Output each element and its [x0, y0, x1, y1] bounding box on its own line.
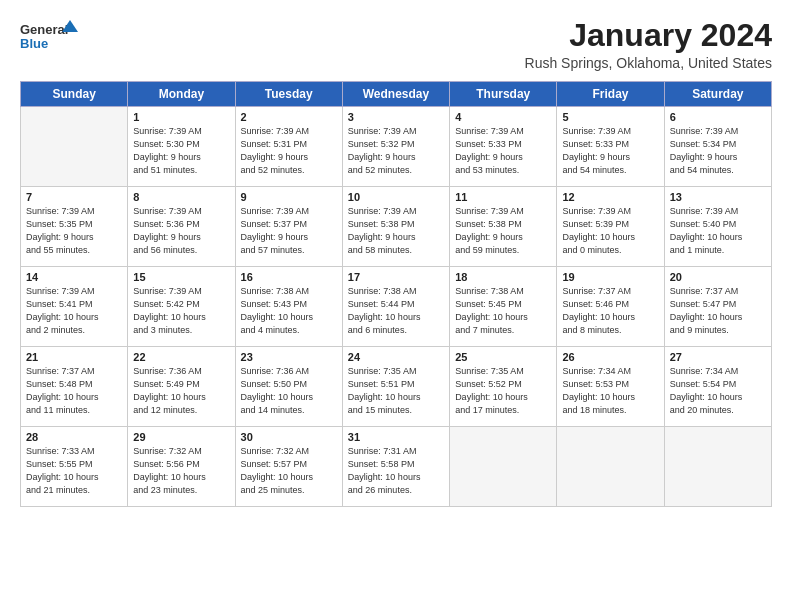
day-info: Sunrise: 7:33 AMSunset: 5:55 PMDaylight:…: [26, 445, 122, 497]
day-number: 12: [562, 191, 658, 203]
day-number: 2: [241, 111, 337, 123]
day-info: Sunrise: 7:37 AMSunset: 5:47 PMDaylight:…: [670, 285, 766, 337]
day-number: 25: [455, 351, 551, 363]
day-info: Sunrise: 7:39 AMSunset: 5:36 PMDaylight:…: [133, 205, 229, 257]
col-thursday: Thursday: [450, 82, 557, 107]
day-info: Sunrise: 7:31 AMSunset: 5:58 PMDaylight:…: [348, 445, 444, 497]
day-info: Sunrise: 7:39 AMSunset: 5:38 PMDaylight:…: [455, 205, 551, 257]
calendar-cell: 5Sunrise: 7:39 AMSunset: 5:33 PMDaylight…: [557, 107, 664, 187]
day-number: 7: [26, 191, 122, 203]
day-info: Sunrise: 7:36 AMSunset: 5:50 PMDaylight:…: [241, 365, 337, 417]
calendar-cell: 9Sunrise: 7:39 AMSunset: 5:37 PMDaylight…: [235, 187, 342, 267]
day-info: Sunrise: 7:35 AMSunset: 5:51 PMDaylight:…: [348, 365, 444, 417]
col-tuesday: Tuesday: [235, 82, 342, 107]
col-wednesday: Wednesday: [342, 82, 449, 107]
day-info: Sunrise: 7:39 AMSunset: 5:33 PMDaylight:…: [455, 125, 551, 177]
day-number: 23: [241, 351, 337, 363]
day-info: Sunrise: 7:32 AMSunset: 5:56 PMDaylight:…: [133, 445, 229, 497]
day-info: Sunrise: 7:39 AMSunset: 5:35 PMDaylight:…: [26, 205, 122, 257]
calendar-cell: 18Sunrise: 7:38 AMSunset: 5:45 PMDayligh…: [450, 267, 557, 347]
day-info: Sunrise: 7:35 AMSunset: 5:52 PMDaylight:…: [455, 365, 551, 417]
week-row-2: 7Sunrise: 7:39 AMSunset: 5:35 PMDaylight…: [21, 187, 772, 267]
calendar-cell: 4Sunrise: 7:39 AMSunset: 5:33 PMDaylight…: [450, 107, 557, 187]
location: Rush Springs, Oklahoma, United States: [525, 55, 772, 71]
day-info: Sunrise: 7:39 AMSunset: 5:40 PMDaylight:…: [670, 205, 766, 257]
day-number: 1: [133, 111, 229, 123]
calendar-cell: 21Sunrise: 7:37 AMSunset: 5:48 PMDayligh…: [21, 347, 128, 427]
day-info: Sunrise: 7:37 AMSunset: 5:46 PMDaylight:…: [562, 285, 658, 337]
calendar-cell: 31Sunrise: 7:31 AMSunset: 5:58 PMDayligh…: [342, 427, 449, 507]
calendar-cell: 28Sunrise: 7:33 AMSunset: 5:55 PMDayligh…: [21, 427, 128, 507]
day-number: 10: [348, 191, 444, 203]
col-monday: Monday: [128, 82, 235, 107]
day-number: 6: [670, 111, 766, 123]
day-info: Sunrise: 7:39 AMSunset: 5:32 PMDaylight:…: [348, 125, 444, 177]
calendar-cell: [664, 427, 771, 507]
day-number: 11: [455, 191, 551, 203]
calendar-cell: 22Sunrise: 7:36 AMSunset: 5:49 PMDayligh…: [128, 347, 235, 427]
calendar-cell: 7Sunrise: 7:39 AMSunset: 5:35 PMDaylight…: [21, 187, 128, 267]
calendar-cell: 8Sunrise: 7:39 AMSunset: 5:36 PMDaylight…: [128, 187, 235, 267]
day-number: 22: [133, 351, 229, 363]
week-row-5: 28Sunrise: 7:33 AMSunset: 5:55 PMDayligh…: [21, 427, 772, 507]
day-info: Sunrise: 7:32 AMSunset: 5:57 PMDaylight:…: [241, 445, 337, 497]
day-number: 3: [348, 111, 444, 123]
calendar-cell: 24Sunrise: 7:35 AMSunset: 5:51 PMDayligh…: [342, 347, 449, 427]
day-info: Sunrise: 7:39 AMSunset: 5:42 PMDaylight:…: [133, 285, 229, 337]
day-number: 31: [348, 431, 444, 443]
logo-svg: General Blue: [20, 18, 80, 56]
day-number: 18: [455, 271, 551, 283]
svg-text:Blue: Blue: [20, 36, 48, 51]
day-number: 15: [133, 271, 229, 283]
col-friday: Friday: [557, 82, 664, 107]
calendar-cell: 26Sunrise: 7:34 AMSunset: 5:53 PMDayligh…: [557, 347, 664, 427]
calendar-cell: 19Sunrise: 7:37 AMSunset: 5:46 PMDayligh…: [557, 267, 664, 347]
day-number: 5: [562, 111, 658, 123]
calendar-cell: 3Sunrise: 7:39 AMSunset: 5:32 PMDaylight…: [342, 107, 449, 187]
day-info: Sunrise: 7:39 AMSunset: 5:31 PMDaylight:…: [241, 125, 337, 177]
day-info: Sunrise: 7:39 AMSunset: 5:41 PMDaylight:…: [26, 285, 122, 337]
header-row: Sunday Monday Tuesday Wednesday Thursday…: [21, 82, 772, 107]
day-info: Sunrise: 7:38 AMSunset: 5:43 PMDaylight:…: [241, 285, 337, 337]
week-row-3: 14Sunrise: 7:39 AMSunset: 5:41 PMDayligh…: [21, 267, 772, 347]
day-number: 27: [670, 351, 766, 363]
day-number: 4: [455, 111, 551, 123]
day-info: Sunrise: 7:39 AMSunset: 5:37 PMDaylight:…: [241, 205, 337, 257]
day-number: 29: [133, 431, 229, 443]
day-number: 8: [133, 191, 229, 203]
col-saturday: Saturday: [664, 82, 771, 107]
calendar-cell: 17Sunrise: 7:38 AMSunset: 5:44 PMDayligh…: [342, 267, 449, 347]
calendar-table: Sunday Monday Tuesday Wednesday Thursday…: [20, 81, 772, 507]
day-number: 30: [241, 431, 337, 443]
day-number: 19: [562, 271, 658, 283]
month-title: January 2024: [525, 18, 772, 53]
day-info: Sunrise: 7:34 AMSunset: 5:54 PMDaylight:…: [670, 365, 766, 417]
calendar-cell: 29Sunrise: 7:32 AMSunset: 5:56 PMDayligh…: [128, 427, 235, 507]
day-info: Sunrise: 7:37 AMSunset: 5:48 PMDaylight:…: [26, 365, 122, 417]
calendar-cell: 11Sunrise: 7:39 AMSunset: 5:38 PMDayligh…: [450, 187, 557, 267]
calendar-cell: 27Sunrise: 7:34 AMSunset: 5:54 PMDayligh…: [664, 347, 771, 427]
day-info: Sunrise: 7:36 AMSunset: 5:49 PMDaylight:…: [133, 365, 229, 417]
calendar-cell: 20Sunrise: 7:37 AMSunset: 5:47 PMDayligh…: [664, 267, 771, 347]
calendar-cell: [21, 107, 128, 187]
calendar-cell: 6Sunrise: 7:39 AMSunset: 5:34 PMDaylight…: [664, 107, 771, 187]
svg-text:General: General: [20, 22, 68, 37]
header: General Blue January 2024 Rush Springs, …: [20, 18, 772, 71]
day-number: 21: [26, 351, 122, 363]
week-row-1: 1Sunrise: 7:39 AMSunset: 5:30 PMDaylight…: [21, 107, 772, 187]
calendar-cell: 14Sunrise: 7:39 AMSunset: 5:41 PMDayligh…: [21, 267, 128, 347]
calendar-cell: 15Sunrise: 7:39 AMSunset: 5:42 PMDayligh…: [128, 267, 235, 347]
calendar-cell: 25Sunrise: 7:35 AMSunset: 5:52 PMDayligh…: [450, 347, 557, 427]
week-row-4: 21Sunrise: 7:37 AMSunset: 5:48 PMDayligh…: [21, 347, 772, 427]
calendar-cell: [557, 427, 664, 507]
day-info: Sunrise: 7:39 AMSunset: 5:33 PMDaylight:…: [562, 125, 658, 177]
calendar-cell: [450, 427, 557, 507]
day-number: 26: [562, 351, 658, 363]
calendar-cell: 13Sunrise: 7:39 AMSunset: 5:40 PMDayligh…: [664, 187, 771, 267]
page: General Blue January 2024 Rush Springs, …: [0, 0, 792, 612]
day-number: 14: [26, 271, 122, 283]
day-info: Sunrise: 7:39 AMSunset: 5:38 PMDaylight:…: [348, 205, 444, 257]
calendar-cell: 1Sunrise: 7:39 AMSunset: 5:30 PMDaylight…: [128, 107, 235, 187]
calendar-cell: 23Sunrise: 7:36 AMSunset: 5:50 PMDayligh…: [235, 347, 342, 427]
day-info: Sunrise: 7:38 AMSunset: 5:45 PMDaylight:…: [455, 285, 551, 337]
